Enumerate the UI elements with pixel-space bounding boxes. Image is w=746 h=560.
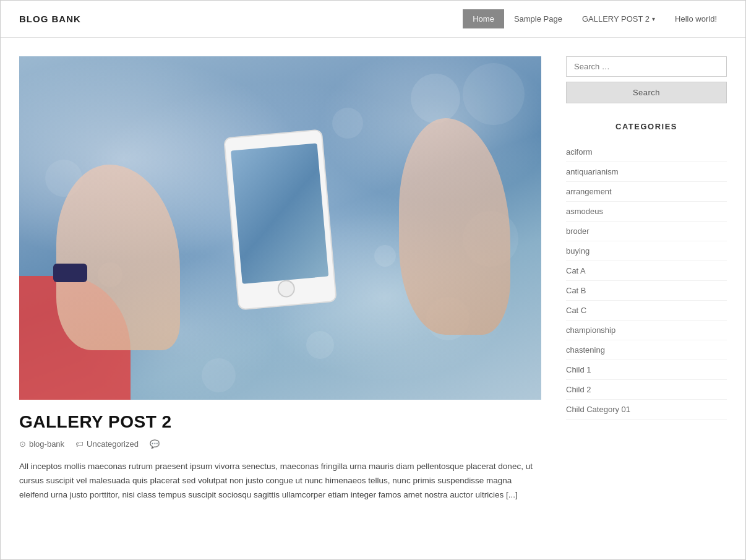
content-area: GALLERY POST 2 ⊙ blog-bank 🏷 Uncategoriz… xyxy=(19,56,541,502)
featured-image xyxy=(19,56,541,400)
nav-item-sample-page[interactable]: Sample Page xyxy=(504,9,572,28)
category-item[interactable]: broder xyxy=(566,222,727,241)
category-item[interactable]: Cat C xyxy=(566,301,727,321)
dropdown-arrow-icon: ▾ xyxy=(652,15,655,22)
category-item[interactable]: buying xyxy=(566,241,727,261)
nav-item-home[interactable]: Home xyxy=(463,9,504,28)
phone-screen xyxy=(231,143,328,283)
watch xyxy=(53,264,87,282)
main-nav: Home Sample Page GALLERY POST 2 ▾ Hello … xyxy=(463,9,727,28)
category-item[interactable]: Child 2 xyxy=(566,380,727,400)
phone-shape xyxy=(223,129,337,310)
category-item[interactable]: aciform xyxy=(566,142,727,162)
category-item[interactable]: Child Category 01 xyxy=(566,400,727,420)
category-item[interactable]: arrangement xyxy=(566,182,727,202)
category-list: aciform antiquarianism arrangement asmod… xyxy=(566,142,727,420)
search-button[interactable]: Search xyxy=(566,82,727,103)
categories-title: CATEGORIES xyxy=(566,122,727,131)
nav-item-hello-world[interactable]: Hello world! xyxy=(665,9,727,28)
nav-item-gallery-post-2[interactable]: GALLERY POST 2 ▾ xyxy=(572,9,665,28)
search-input[interactable] xyxy=(566,56,727,77)
category-item[interactable]: antiquarianism xyxy=(566,162,727,182)
author-icon: ⊙ xyxy=(19,439,26,449)
category-item[interactable]: asmodeus xyxy=(566,202,727,222)
phone-button xyxy=(277,279,296,298)
category-item[interactable]: Cat A xyxy=(566,261,727,281)
meta-category[interactable]: 🏷 Uncategorized xyxy=(75,439,139,449)
comment-icon: 💬 xyxy=(150,439,160,449)
category-item[interactable]: championship xyxy=(566,321,727,340)
meta-comments[interactable]: 💬 xyxy=(150,439,160,449)
site-title: BLOG BANK xyxy=(19,14,81,24)
category-item[interactable]: Cat B xyxy=(566,281,727,301)
post-excerpt: All inceptos mollis maeconas rutrum prae… xyxy=(19,460,541,502)
post-meta: ⊙ blog-bank 🏷 Uncategorized 💬 xyxy=(19,439,541,449)
categories-widget: CATEGORIES aciform antiquarianism arrang… xyxy=(566,122,727,420)
sidebar: Search CATEGORIES aciform antiquarianism… xyxy=(566,56,727,502)
post-title: GALLERY POST 2 xyxy=(19,412,541,432)
hand-left xyxy=(56,165,180,350)
category-item[interactable]: chastening xyxy=(566,340,727,360)
hand-right xyxy=(399,118,510,335)
category-item[interactable]: Child 1 xyxy=(566,360,727,380)
meta-author[interactable]: ⊙ blog-bank xyxy=(19,439,64,449)
category-icon: 🏷 xyxy=(75,439,84,449)
search-widget: Search xyxy=(566,56,727,103)
